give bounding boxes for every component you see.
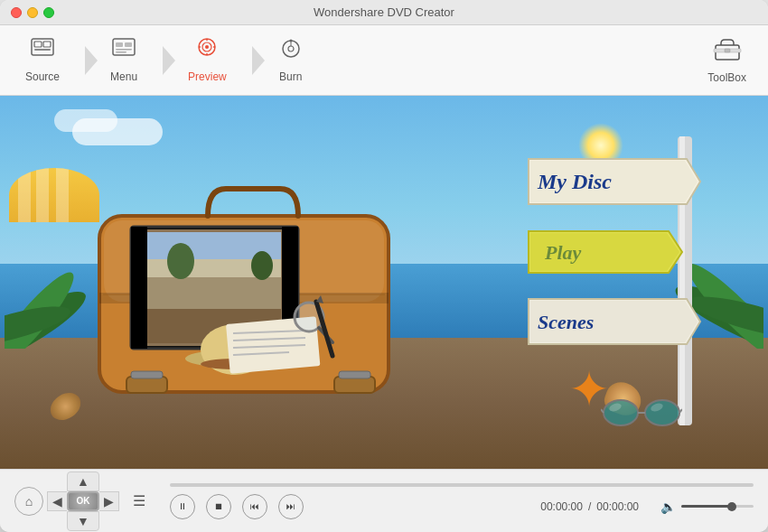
tab-preview[interactable]: Preview: [163, 25, 252, 95]
svg-rect-6: [125, 42, 132, 47]
nav-up-button[interactable]: ▲: [67, 471, 99, 491]
nav-right-button[interactable]: ▶: [99, 491, 119, 511]
svg-rect-32: [126, 377, 167, 393]
cloud-decoration-2: [54, 109, 117, 132]
svg-point-47: [251, 251, 273, 280]
traffic-lights: [11, 7, 54, 18]
stop-icon: ⏹: [214, 501, 223, 511]
progress-section: ⏸ ⏹ ⏮ ⏭ 00:00:00 / 00:00:00: [170, 483, 754, 519]
svg-rect-5: [116, 42, 123, 47]
toolbar: Source Menu: [0, 25, 768, 96]
next-button[interactable]: ⏭: [278, 494, 304, 519]
burn-label: Burn: [279, 70, 302, 83]
svg-rect-22: [725, 49, 730, 52]
list-icon: ☰: [133, 492, 145, 509]
burn-icon: [277, 37, 304, 67]
close-button[interactable]: [11, 7, 22, 18]
home-icon: ⌂: [25, 494, 33, 509]
home-button[interactable]: ⌂: [14, 487, 43, 516]
svg-point-17: [288, 46, 294, 51]
nav-mid-row: ◀ OK ▶: [47, 491, 119, 511]
app-window: Wondershare DVD Creator Source: [0, 0, 768, 532]
svg-rect-3: [43, 42, 51, 47]
svg-point-72: [645, 400, 679, 425]
prev-button[interactable]: ⏮: [242, 494, 267, 519]
svg-text:Play: Play: [544, 241, 582, 264]
svg-rect-40: [131, 227, 147, 349]
time-separator: /: [588, 500, 591, 513]
app-title: Wondershare DVD Creator: [314, 5, 454, 19]
preview-icon: [193, 37, 220, 67]
svg-rect-1: [34, 42, 42, 47]
nav-control-group: ⌂ ▲ ◀ OK ▶ ▼ ☰: [14, 471, 155, 531]
ok-label: OK: [77, 496, 90, 506]
menu-label: Menu: [110, 70, 137, 83]
progress-bar[interactable]: [170, 483, 754, 487]
toolbox-icon: [712, 36, 743, 68]
menu-icon: [110, 37, 137, 67]
svg-rect-8: [116, 51, 126, 53]
preview-image: My Disc Play Scenes ✦: [0, 96, 768, 469]
sunglasses-decoration: [601, 395, 682, 431]
volume-section: 🔈: [660, 499, 754, 514]
nav-tabs: Source Menu: [0, 25, 686, 95]
svg-rect-35: [339, 371, 370, 378]
svg-rect-34: [334, 377, 375, 393]
preview-area: My Disc Play Scenes ✦: [0, 96, 768, 469]
preview-label: Preview: [188, 70, 227, 83]
volume-knob[interactable]: [727, 502, 736, 511]
source-icon: [29, 37, 56, 67]
pause-button[interactable]: ⏸: [170, 494, 195, 519]
nav-down-button[interactable]: ▼: [67, 511, 99, 531]
volume-fill: [681, 505, 732, 508]
ok-button[interactable]: OK: [67, 491, 99, 511]
menu-list-button[interactable]: ☰: [123, 485, 155, 518]
volume-bar[interactable]: [681, 505, 754, 508]
toolbox-button[interactable]: ToolBox: [686, 36, 768, 84]
stop-button[interactable]: ⏹: [206, 494, 231, 519]
svg-rect-43: [147, 277, 281, 309]
svg-rect-33: [131, 371, 163, 378]
time-current: 00:00:00: [540, 500, 583, 513]
tab-source[interactable]: Source: [0, 25, 85, 95]
suitcase-decoration: [81, 162, 425, 406]
svg-point-71: [604, 400, 638, 425]
prev-icon: ⏮: [250, 501, 259, 511]
pause-icon: ⏸: [178, 501, 187, 511]
volume-icon: 🔈: [660, 499, 676, 514]
svg-point-46: [167, 243, 194, 279]
next-icon: ⏭: [286, 501, 295, 511]
svg-rect-7: [116, 49, 132, 51]
time-display: 00:00:00 / 00:00:00: [540, 500, 639, 513]
control-bar: ⌂ ▲ ◀ OK ▶ ▼ ☰: [0, 469, 768, 532]
svg-text:My Disc: My Disc: [537, 170, 612, 193]
nav-left-button[interactable]: ◀: [47, 491, 67, 511]
svg-rect-2: [34, 49, 51, 51]
toolbox-label: ToolBox: [707, 71, 746, 84]
maximize-button[interactable]: [43, 7, 54, 18]
time-total: 00:00:00: [596, 500, 639, 513]
svg-point-15: [205, 45, 209, 49]
svg-text:Scenes: Scenes: [538, 311, 594, 333]
playback-controls: ⏸ ⏹ ⏮ ⏭ 00:00:00 / 00:00:00: [170, 494, 754, 519]
titlebar: Wondershare DVD Creator: [0, 0, 768, 25]
minimize-button[interactable]: [27, 7, 38, 18]
d-pad: ▲ ◀ OK ▶ ▼: [47, 471, 119, 531]
source-label: Source: [25, 70, 60, 83]
